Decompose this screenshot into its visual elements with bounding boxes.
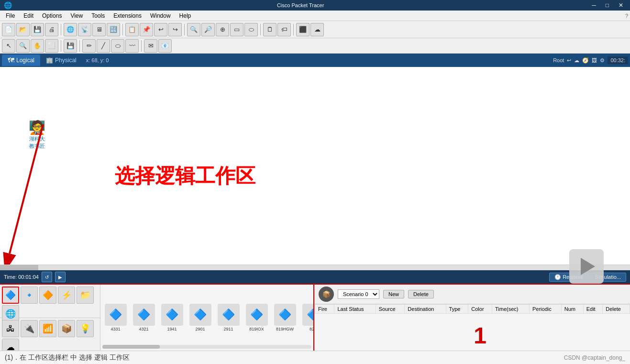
app-icon: 🌐 [4, 1, 12, 9]
zoom-out-btn[interactable]: 🔎 [201, 23, 215, 36]
workspace-tabs: 🗺 Logical 🏢 Physical x: 68, y: 0 Root ↩ … [0, 54, 630, 67]
scenario-select[interactable]: Scenario 0 [338, 289, 379, 299]
category-switch[interactable]: 🔹 [21, 287, 38, 304]
instruction-bar: (1)．在 工作区选择栏 中 选择 逻辑 工作区 CSDN @captain_d… [0, 351, 630, 364]
close-button[interactable]: ✕ [616, 2, 626, 9]
col-edit: Edit [583, 305, 603, 314]
category-server[interactable]: 📁 [77, 287, 94, 304]
play-btn[interactable]: ▶ [55, 272, 66, 282]
select-btn[interactable]: ↖ [2, 39, 15, 53]
new-btn[interactable]: 📄 [2, 23, 15, 36]
horizontal-scrollbar[interactable] [0, 265, 630, 270]
right-panel: 📦 Scenario 0 New Delete Fire Last Status… [314, 285, 630, 351]
oval-btn[interactable]: ⬭ [111, 39, 124, 53]
undo-btn[interactable]: ↩ [154, 23, 167, 36]
category-iot2[interactable]: 💡 [77, 320, 94, 337]
menu-tools[interactable]: Tools [88, 11, 109, 20]
new-scenario-btn[interactable]: New [383, 290, 404, 298]
menu-extensions[interactable]: Extensions [110, 11, 145, 20]
menu-options[interactable]: Options [38, 11, 66, 20]
col-fire: Fire [315, 305, 334, 314]
device-list-scrollbar[interactable] [102, 345, 160, 349]
device-img-4321: 🔷 [133, 304, 155, 326]
open-btn[interactable]: 📂 [16, 23, 30, 36]
redo-btn[interactable]: ↪ [168, 23, 182, 36]
cloud-sync-icon[interactable]: ☁ [574, 57, 579, 64]
save-btn[interactable]: 💾 [31, 23, 44, 36]
device-label-829: 829 [309, 327, 314, 331]
envelope-btn[interactable]: ✉ [144, 39, 157, 53]
settings-icon[interactable]: ⚙ [600, 57, 605, 64]
minimize-button[interactable]: ─ [589, 2, 599, 9]
device-4321[interactable]: 🔷 4321 [131, 304, 157, 331]
ellipse-btn[interactable]: ⬭ [244, 23, 258, 36]
delete-scenario-btn[interactable]: Delete [408, 290, 434, 298]
network-btn[interactable]: 🌐 [64, 23, 77, 36]
physical-tab-label: Physical [55, 57, 77, 64]
tab-physical[interactable]: 🏢 Physical [40, 55, 82, 66]
device-4331[interactable]: 🔷 4331 [102, 304, 129, 331]
event-list-empty [315, 314, 630, 333]
device-819hgw[interactable]: 🔷 819HGW [272, 304, 298, 331]
menu-help[interactable]: Help [176, 11, 195, 20]
maximize-button[interactable]: □ [603, 2, 612, 9]
paste-btn[interactable]: 📌 [140, 23, 153, 36]
menu-window[interactable]: Window [146, 11, 175, 20]
reset-time-btn[interactable]: ↺ [42, 272, 52, 282]
zoom-reset-btn[interactable]: ⊕ [216, 23, 229, 36]
device-btn[interactable]: 📡 [78, 23, 91, 36]
rect-btn[interactable]: ▭ [230, 23, 243, 36]
device-label-1941: 1941 [167, 327, 177, 331]
host-btn[interactable]: 🖥 [92, 23, 106, 36]
category-pdu[interactable]: 🔌 [21, 320, 38, 337]
title-bar: 🌐 Cisco Packet Tracer ─ □ ✕ [0, 0, 630, 11]
device-819iox[interactable]: 🔷 819IOX [243, 304, 270, 331]
rect-select-btn[interactable]: ⬜ [45, 39, 58, 53]
col-last-status: Last Status [334, 305, 376, 314]
cluster-btn[interactable]: ⬛ [296, 23, 309, 36]
col-destination: Destination [405, 305, 446, 314]
move-btn[interactable]: ✋ [31, 39, 44, 53]
category-iot[interactable]: 📶 [39, 320, 56, 337]
freehand-btn[interactable]: 〰 [125, 39, 139, 53]
category-custom[interactable]: 🖧 [2, 320, 19, 337]
workspace-area: 🧑‍🏫 湖科大 教书匠 选择逻辑工作区 [0, 67, 630, 270]
copy-btn[interactable]: 📋 [125, 23, 139, 36]
label-btn[interactable]: 🏷 [277, 23, 291, 36]
image-icon[interactable]: 🖼 [592, 57, 597, 63]
device-img-819iox: 🔷 [246, 304, 268, 326]
play-button-overlay[interactable] [569, 249, 604, 284]
logical-icon: 🗺 [8, 56, 14, 64]
scenario-icon: 📦 [319, 287, 334, 302]
device-1941[interactable]: 🔷 1941 [159, 304, 185, 331]
email-btn[interactable]: 📧 [158, 39, 172, 53]
menu-file[interactable]: File [2, 11, 19, 20]
icon-btn[interactable]: 🔣 [107, 23, 120, 36]
category-wireless[interactable]: ⚡ [58, 287, 75, 304]
back-btn[interactable]: ↩ [567, 57, 571, 64]
line-btn[interactable]: ╱ [97, 39, 110, 53]
device-label-4331: 4331 [111, 327, 120, 331]
workspace-tabs-right: Root ↩ ☁ 🧭 🖼 ⚙ 00:32: [553, 56, 628, 64]
device-label-819iox: 819IOX [249, 327, 264, 331]
category-hub[interactable]: 🔶 [39, 287, 56, 304]
menu-view[interactable]: View [66, 11, 87, 20]
zoom-in-btn[interactable]: 🔍 [187, 23, 200, 36]
device-2911[interactable]: 🔷 2911 [215, 304, 242, 331]
print-btn[interactable]: 🖨 [45, 23, 58, 36]
cloud-btn[interactable]: ☁ [310, 23, 324, 36]
main-workspace[interactable]: 🧑‍🏫 湖科大 教书匠 选择逻辑工作区 [0, 67, 630, 265]
event-list: Fire Last Status Source Destination Type… [315, 304, 630, 351]
save2-btn[interactable]: 💾 [64, 39, 77, 53]
tab-logical[interactable]: 🗺 Logical [2, 55, 40, 66]
nav-icon[interactable]: 🧭 [582, 57, 589, 64]
menu-edit[interactable]: Edit [20, 11, 37, 20]
category-wireless2[interactable]: 📦 [58, 320, 75, 337]
device-2901[interactable]: 🔷 2901 [187, 304, 213, 331]
search-btn[interactable]: 🔍 [16, 39, 30, 53]
note-btn[interactable]: 🗒 [263, 23, 276, 36]
category-router[interactable]: 🔷 [2, 287, 19, 304]
scenario-bar: 📦 Scenario 0 New Delete [315, 285, 630, 304]
device-829[interactable]: 🔷 829 [300, 304, 314, 331]
pencil-btn[interactable]: ✏ [82, 39, 96, 53]
